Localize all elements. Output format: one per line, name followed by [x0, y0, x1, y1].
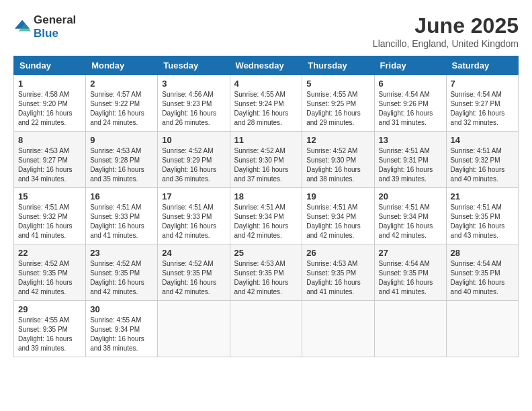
sunset-label: Sunset: 9:35 PM: [451, 269, 500, 277]
sunset-label: Sunset: 9:34 PM: [306, 213, 356, 220]
sunrise-label: Sunrise: 4:52 AM: [18, 260, 69, 267]
header-sunday: Sunday: [14, 56, 86, 75]
day-number: 13: [379, 135, 442, 145]
sunrise-label: Sunrise: 4:51 AM: [18, 203, 69, 211]
calendar-header-row: SundayMondayTuesdayWednesdayThursdayFrid…: [14, 56, 519, 75]
daylight-label: Daylight: 16 hours and 42 minutes.: [234, 279, 289, 295]
day-info: Sunrise: 4:52 AM Sunset: 9:35 PM Dayligh…: [90, 259, 153, 297]
day-number: 8: [18, 135, 81, 145]
daylight-label: Daylight: 16 hours and 41 minutes.: [90, 222, 144, 239]
day-info: Sunrise: 4:54 AM Sunset: 9:35 PM Dayligh…: [451, 259, 514, 297]
sunrise-label: Sunrise: 4:55 AM: [234, 91, 285, 98]
daylight-label: Daylight: 16 hours and 42 minutes.: [90, 279, 144, 295]
day-info: Sunrise: 4:55 AM Sunset: 9:25 PM Dayligh…: [306, 90, 369, 128]
sunrise-label: Sunrise: 4:54 AM: [451, 91, 502, 98]
day-number: 17: [162, 191, 225, 201]
sunrise-label: Sunrise: 4:51 AM: [306, 203, 357, 211]
sunrise-label: Sunrise: 4:51 AM: [379, 147, 430, 154]
day-number: 30: [90, 304, 153, 314]
day-number: 28: [451, 248, 514, 258]
logo: General Blue: [13, 13, 76, 40]
calendar-cell: [374, 301, 446, 357]
calendar-cell: 24 Sunrise: 4:52 AM Sunset: 9:35 PM Dayl…: [158, 244, 230, 301]
day-info: Sunrise: 4:51 AM Sunset: 9:33 PM Dayligh…: [162, 203, 225, 240]
day-info: Sunrise: 4:52 AM Sunset: 9:29 PM Dayligh…: [162, 146, 225, 184]
header-monday: Monday: [86, 56, 158, 75]
day-number: 20: [379, 191, 442, 201]
sunset-label: Sunset: 9:32 PM: [451, 156, 500, 164]
day-info: Sunrise: 4:56 AM Sunset: 9:23 PM Dayligh…: [162, 90, 225, 128]
daylight-label: Daylight: 16 hours and 35 minutes.: [90, 166, 144, 183]
sunrise-label: Sunrise: 4:55 AM: [306, 91, 357, 98]
sunset-label: Sunset: 9:33 PM: [90, 213, 140, 220]
header-wednesday: Wednesday: [230, 56, 302, 75]
day-info: Sunrise: 4:58 AM Sunset: 9:20 PM Dayligh…: [18, 90, 81, 128]
daylight-label: Daylight: 16 hours and 41 minutes.: [306, 279, 361, 295]
day-info: Sunrise: 4:52 AM Sunset: 9:35 PM Dayligh…: [162, 259, 225, 297]
calendar-week-3: 15 Sunrise: 4:51 AM Sunset: 9:32 PM Dayl…: [14, 188, 519, 244]
sunrise-label: Sunrise: 4:52 AM: [90, 260, 141, 267]
day-number: 26: [306, 248, 369, 258]
day-info: Sunrise: 4:51 AM Sunset: 9:31 PM Dayligh…: [379, 146, 442, 184]
calendar-cell: 15 Sunrise: 4:51 AM Sunset: 9:32 PM Dayl…: [14, 188, 86, 244]
daylight-label: Daylight: 16 hours and 31 minutes.: [379, 109, 433, 126]
sunset-label: Sunset: 9:35 PM: [90, 269, 140, 277]
sunset-label: Sunset: 9:35 PM: [451, 213, 500, 220]
daylight-label: Daylight: 16 hours and 42 minutes.: [234, 222, 289, 239]
calendar-cell: 13 Sunrise: 4:51 AM Sunset: 9:31 PM Dayl…: [374, 132, 446, 188]
daylight-label: Daylight: 16 hours and 36 minutes.: [162, 166, 216, 183]
calendar-cell: 1 Sunrise: 4:58 AM Sunset: 9:20 PM Dayli…: [14, 75, 86, 132]
day-number: 12: [306, 135, 369, 145]
daylight-label: Daylight: 16 hours and 24 minutes.: [90, 109, 144, 126]
day-number: 2: [90, 79, 153, 89]
daylight-label: Daylight: 16 hours and 42 minutes.: [18, 279, 73, 295]
day-info: Sunrise: 4:54 AM Sunset: 9:26 PM Dayligh…: [379, 90, 442, 128]
daylight-label: Daylight: 16 hours and 32 minutes.: [451, 109, 505, 126]
sunset-label: Sunset: 9:24 PM: [234, 100, 284, 107]
day-number: 19: [306, 191, 369, 201]
calendar-cell: 11 Sunrise: 4:52 AM Sunset: 9:30 PM Dayl…: [230, 132, 302, 188]
logo-blue: Blue: [34, 27, 58, 40]
calendar-cell: 5 Sunrise: 4:55 AM Sunset: 9:25 PM Dayli…: [302, 75, 374, 132]
calendar-cell: 4 Sunrise: 4:55 AM Sunset: 9:24 PM Dayli…: [230, 75, 302, 132]
day-info: Sunrise: 4:54 AM Sunset: 9:35 PM Dayligh…: [379, 259, 442, 297]
sunset-label: Sunset: 9:35 PM: [379, 269, 429, 277]
sunrise-label: Sunrise: 4:58 AM: [18, 91, 69, 98]
day-info: Sunrise: 4:57 AM Sunset: 9:22 PM Dayligh…: [90, 90, 153, 128]
sunrise-label: Sunrise: 4:51 AM: [451, 147, 502, 154]
sunset-label: Sunset: 9:35 PM: [18, 326, 68, 333]
calendar-cell: 17 Sunrise: 4:51 AM Sunset: 9:33 PM Dayl…: [158, 188, 230, 244]
day-info: Sunrise: 4:53 AM Sunset: 9:28 PM Dayligh…: [90, 146, 153, 184]
sunrise-label: Sunrise: 4:53 AM: [306, 260, 357, 267]
sunrise-label: Sunrise: 4:51 AM: [162, 203, 213, 211]
sunset-label: Sunset: 9:30 PM: [234, 156, 284, 164]
sunrise-label: Sunrise: 4:51 AM: [234, 203, 285, 211]
sunrise-label: Sunrise: 4:55 AM: [90, 316, 141, 324]
day-info: Sunrise: 4:51 AM Sunset: 9:34 PM Dayligh…: [306, 203, 369, 240]
daylight-label: Daylight: 16 hours and 43 minutes.: [451, 222, 505, 239]
day-info: Sunrise: 4:54 AM Sunset: 9:27 PM Dayligh…: [451, 90, 514, 128]
day-number: 21: [451, 191, 514, 201]
sunset-label: Sunset: 9:26 PM: [379, 100, 429, 107]
calendar-week-5: 29 Sunrise: 4:55 AM Sunset: 9:35 PM Dayl…: [14, 301, 519, 357]
daylight-label: Daylight: 16 hours and 28 minutes.: [234, 109, 289, 126]
calendar-cell: [230, 301, 302, 357]
calendar-week-2: 8 Sunrise: 4:53 AM Sunset: 9:27 PM Dayli…: [14, 132, 519, 188]
header-thursday: Thursday: [302, 56, 374, 75]
calendar-cell: 29 Sunrise: 4:55 AM Sunset: 9:35 PM Dayl…: [14, 301, 86, 357]
daylight-label: Daylight: 16 hours and 37 minutes.: [234, 166, 289, 183]
calendar-cell: 30 Sunrise: 4:55 AM Sunset: 9:34 PM Dayl…: [86, 301, 158, 357]
calendar-cell: [302, 301, 374, 357]
sunset-label: Sunset: 9:35 PM: [234, 269, 284, 277]
day-info: Sunrise: 4:53 AM Sunset: 9:35 PM Dayligh…: [306, 259, 369, 297]
location: Llancillo, England, United Kingdom: [373, 38, 519, 49]
sunset-label: Sunset: 9:35 PM: [18, 269, 68, 277]
calendar-cell: 19 Sunrise: 4:51 AM Sunset: 9:34 PM Dayl…: [302, 188, 374, 244]
daylight-label: Daylight: 16 hours and 40 minutes.: [451, 166, 505, 183]
calendar-cell: 6 Sunrise: 4:54 AM Sunset: 9:26 PM Dayli…: [374, 75, 446, 132]
daylight-label: Daylight: 16 hours and 40 minutes.: [451, 279, 505, 295]
sunrise-label: Sunrise: 4:52 AM: [306, 147, 357, 154]
header-tuesday: Tuesday: [158, 56, 230, 75]
day-number: 5: [306, 79, 369, 89]
sunset-label: Sunset: 9:31 PM: [379, 156, 429, 164]
